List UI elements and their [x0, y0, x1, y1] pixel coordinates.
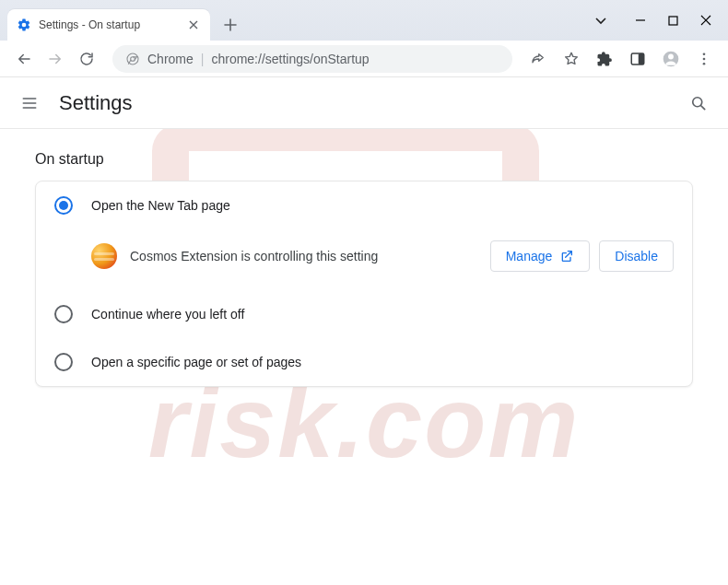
- svg-point-7: [703, 53, 706, 55]
- disable-button-label: Disable: [615, 249, 658, 263]
- profile-avatar-icon[interactable]: [658, 46, 684, 72]
- omnibox[interactable]: Chrome | chrome://settings/onStartup: [112, 45, 512, 73]
- controlled-by-message: Cosmos Extension is controlling this set…: [130, 249, 477, 263]
- svg-rect-4: [639, 53, 644, 64]
- option-continue[interactable]: Continue where you left off: [36, 290, 692, 338]
- option-specific-pages[interactable]: Open a specific page or set of pages: [36, 338, 692, 386]
- window-titlebar: Settings - On startup: [0, 0, 728, 41]
- settings-title: Settings: [59, 91, 133, 115]
- omnibox-divider: |: [201, 52, 205, 66]
- extension-icon: [91, 243, 117, 269]
- svg-rect-0: [669, 17, 677, 25]
- side-panel-icon[interactable]: [625, 46, 651, 72]
- open-in-new-icon: [559, 249, 574, 263]
- extensions-icon[interactable]: [592, 46, 617, 72]
- chrome-icon: [125, 52, 140, 66]
- radio-unselected-icon[interactable]: [54, 305, 73, 323]
- option-label: Open a specific page or set of pages: [91, 355, 301, 369]
- controlled-by-extension-row: Cosmos Extension is controlling this set…: [73, 229, 692, 290]
- svg-point-6: [668, 53, 674, 59]
- svg-point-8: [703, 57, 706, 60]
- gear-icon: [17, 18, 31, 32]
- option-open-new-tab[interactable]: Open the New Tab page: [36, 181, 692, 229]
- forward-button[interactable]: [42, 46, 68, 72]
- tab-strip: Settings - On startup: [0, 0, 243, 41]
- maximize-icon[interactable]: [668, 16, 678, 26]
- window-controls: [594, 0, 728, 41]
- radio-selected-icon[interactable]: [54, 196, 73, 215]
- omnibox-chip: Chrome: [147, 52, 194, 66]
- manage-button-label: Manage: [506, 249, 553, 263]
- browser-toolbar: Chrome | chrome://settings/onStartup: [0, 41, 728, 77]
- share-icon[interactable]: [525, 46, 551, 72]
- svg-point-9: [703, 62, 706, 64]
- settings-content: On startup Open the New Tab page Cosmos …: [0, 129, 728, 409]
- minimize-icon[interactable]: [635, 15, 646, 26]
- new-tab-button[interactable]: [217, 12, 243, 38]
- search-settings-icon[interactable]: [686, 90, 711, 116]
- close-window-icon[interactable]: [700, 15, 711, 26]
- on-startup-card: Open the New Tab page Cosmos Extension i…: [35, 181, 693, 387]
- section-title: On startup: [35, 151, 693, 168]
- tab-close-icon[interactable]: [186, 18, 201, 32]
- back-button[interactable]: [11, 46, 37, 72]
- chrome-menu-icon[interactable]: [691, 46, 717, 72]
- tab-title: Settings - On startup: [39, 18, 179, 31]
- reload-button[interactable]: [74, 46, 100, 72]
- tab-search-chevron-icon[interactable]: [594, 14, 607, 27]
- option-label: Open the New Tab page: [91, 198, 230, 213]
- settings-header: Settings: [0, 77, 728, 129]
- svg-point-2: [131, 56, 135, 61]
- option-label: Continue where you left off: [91, 307, 244, 322]
- manage-button[interactable]: Manage: [490, 240, 591, 272]
- bookmark-star-icon[interactable]: [558, 46, 584, 72]
- omnibox-url: chrome://settings/onStartup: [211, 52, 369, 66]
- radio-unselected-icon[interactable]: [54, 353, 73, 371]
- disable-button[interactable]: Disable: [599, 240, 674, 272]
- browser-tab[interactable]: Settings - On startup: [7, 9, 210, 41]
- hamburger-menu-icon[interactable]: [17, 90, 42, 116]
